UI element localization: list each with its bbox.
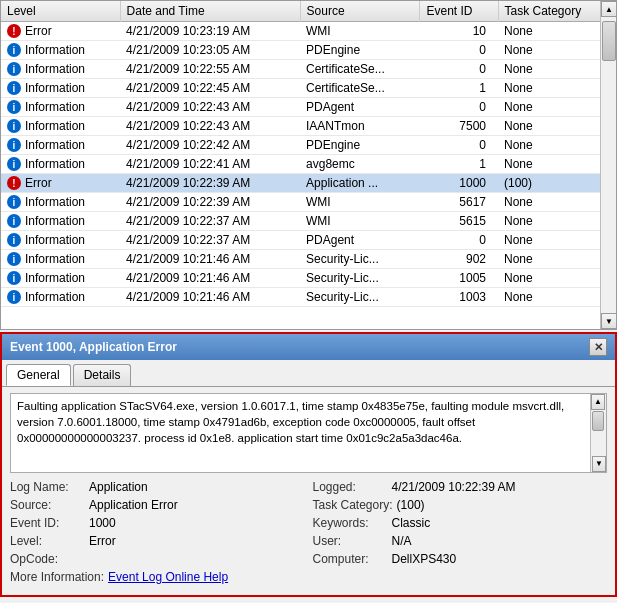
description-scrollbar[interactable]: ▲ ▼ (590, 394, 606, 472)
level-text: Information (25, 119, 85, 133)
cell-datetime: 4/21/2009 10:23:19 AM (120, 22, 300, 41)
cell-datetime: 4/21/2009 10:21:46 AM (120, 269, 300, 288)
info-icon: i (7, 252, 21, 266)
cell-category: None (498, 231, 616, 250)
cell-datetime: 4/21/2009 10:22:37 AM (120, 212, 300, 231)
logname-value: Application (89, 480, 148, 494)
table-row[interactable]: iInformation 4/21/2009 10:22:43 AM PDAge… (1, 98, 616, 117)
cell-category: None (498, 22, 616, 41)
field-computer: Computer: DellXPS430 (313, 551, 608, 567)
level-text: Information (25, 252, 85, 266)
keywords-label: Keywords: (313, 516, 388, 530)
field-eventid: Event ID: 1000 (10, 515, 305, 531)
cell-level: iInformation (1, 41, 120, 60)
table-row[interactable]: !Error 4/21/2009 10:23:19 AM WMI 10 None (1, 22, 616, 41)
table-row[interactable]: iInformation 4/21/2009 10:22:55 AM Certi… (1, 60, 616, 79)
level-text: Information (25, 214, 85, 228)
cell-category: None (498, 269, 616, 288)
cell-eventid: 5617 (420, 193, 498, 212)
table-row[interactable]: iInformation 4/21/2009 10:23:05 AM PDEng… (1, 41, 616, 60)
col-source[interactable]: Source (300, 1, 420, 22)
desc-scroll-up[interactable]: ▲ (591, 394, 605, 410)
info-icon: i (7, 290, 21, 304)
moreinfo-link[interactable]: Event Log Online Help (108, 570, 228, 584)
field-user: User: N/A (313, 533, 608, 549)
cell-source: Application ... (300, 174, 420, 193)
dialog-content: Faulting application STacSV64.exe, versi… (2, 387, 615, 595)
table-row[interactable]: iInformation 4/21/2009 10:21:46 AM Secur… (1, 288, 616, 307)
scroll-thumb[interactable] (602, 21, 616, 61)
cell-datetime: 4/21/2009 10:22:39 AM (120, 193, 300, 212)
cell-category: None (498, 136, 616, 155)
table-row[interactable]: iInformation 4/21/2009 10:22:42 AM PDEng… (1, 136, 616, 155)
col-eventid[interactable]: Event ID (420, 1, 498, 22)
table-row[interactable]: iInformation 4/21/2009 10:21:46 AM Secur… (1, 269, 616, 288)
level-text: Error (25, 24, 52, 38)
event-description-text: Faulting application STacSV64.exe, versi… (17, 400, 564, 444)
cell-eventid: 1 (420, 79, 498, 98)
cell-eventid: 0 (420, 136, 498, 155)
cell-eventid: 5615 (420, 212, 498, 231)
cell-category: None (498, 288, 616, 307)
dialog-tabs-bar: General Details (2, 360, 615, 387)
scroll-down-btn[interactable]: ▼ (601, 313, 617, 329)
cell-datetime: 4/21/2009 10:22:55 AM (120, 60, 300, 79)
cell-datetime: 4/21/2009 10:21:46 AM (120, 250, 300, 269)
cell-level: iInformation (1, 136, 120, 155)
dialog-close-btn[interactable]: ✕ (589, 338, 607, 356)
user-value: N/A (392, 534, 412, 548)
opcode-label: OpCode: (10, 552, 85, 566)
cell-source: PDEngine (300, 41, 420, 60)
table-row[interactable]: !Error 4/21/2009 10:22:39 AM Application… (1, 174, 616, 193)
table-scrollbar[interactable]: ▲ ▼ (600, 1, 616, 329)
table-row[interactable]: iInformation 4/21/2009 10:22:37 AM PDAge… (1, 231, 616, 250)
cell-level: !Error (1, 22, 120, 41)
level-text: Information (25, 290, 85, 304)
field-opcode: OpCode: (10, 551, 305, 567)
info-icon: i (7, 119, 21, 133)
table-row[interactable]: iInformation 4/21/2009 10:22:43 AM IAANT… (1, 117, 616, 136)
cell-eventid: 0 (420, 231, 498, 250)
cell-datetime: 4/21/2009 10:22:43 AM (120, 98, 300, 117)
table-row[interactable]: iInformation 4/21/2009 10:21:46 AM Secur… (1, 250, 616, 269)
cell-level: iInformation (1, 269, 120, 288)
cell-eventid: 1000 (420, 174, 498, 193)
logname-label: Log Name: (10, 480, 85, 494)
level-value: Error (89, 534, 116, 548)
cell-category: None (498, 98, 616, 117)
tab-general[interactable]: General (6, 364, 71, 386)
col-category[interactable]: Task Category (498, 1, 616, 22)
cell-level: iInformation (1, 60, 120, 79)
scroll-up-btn[interactable]: ▲ (601, 1, 617, 17)
cell-category: None (498, 60, 616, 79)
cell-datetime: 4/21/2009 10:22:39 AM (120, 174, 300, 193)
info-icon: i (7, 100, 21, 114)
cell-level: iInformation (1, 117, 120, 136)
logged-value: 4/21/2009 10:22:39 AM (392, 480, 516, 494)
desc-scroll-thumb[interactable] (592, 411, 604, 431)
field-taskcategory: Task Category: (100) (313, 497, 608, 513)
info-icon: i (7, 271, 21, 285)
level-text: Information (25, 81, 85, 95)
tab-details[interactable]: Details (73, 364, 132, 386)
cell-source: WMI (300, 212, 420, 231)
cell-source: IAANTmon (300, 117, 420, 136)
cell-category: None (498, 250, 616, 269)
moreinfo-label: More Information: (10, 570, 104, 584)
col-datetime[interactable]: Date and Time (120, 1, 300, 22)
cell-datetime: 4/21/2009 10:22:43 AM (120, 117, 300, 136)
cell-datetime: 4/21/2009 10:21:46 AM (120, 288, 300, 307)
cell-source: PDAgent (300, 98, 420, 117)
dialog-title: Event 1000, Application Error (10, 340, 177, 354)
table-row[interactable]: iInformation 4/21/2009 10:22:37 AM WMI 5… (1, 212, 616, 231)
col-level[interactable]: Level (1, 1, 120, 22)
table-row[interactable]: iInformation 4/21/2009 10:22:39 AM WMI 5… (1, 193, 616, 212)
cell-category: None (498, 117, 616, 136)
cell-datetime: 4/21/2009 10:22:45 AM (120, 79, 300, 98)
table-row[interactable]: iInformation 4/21/2009 10:22:45 AM Certi… (1, 79, 616, 98)
cell-source: Security-Lic... (300, 288, 420, 307)
eventid-value: 1000 (89, 516, 116, 530)
level-label: Level: (10, 534, 85, 548)
table-row[interactable]: iInformation 4/21/2009 10:22:41 AM avg8e… (1, 155, 616, 174)
desc-scroll-down[interactable]: ▼ (592, 456, 606, 472)
